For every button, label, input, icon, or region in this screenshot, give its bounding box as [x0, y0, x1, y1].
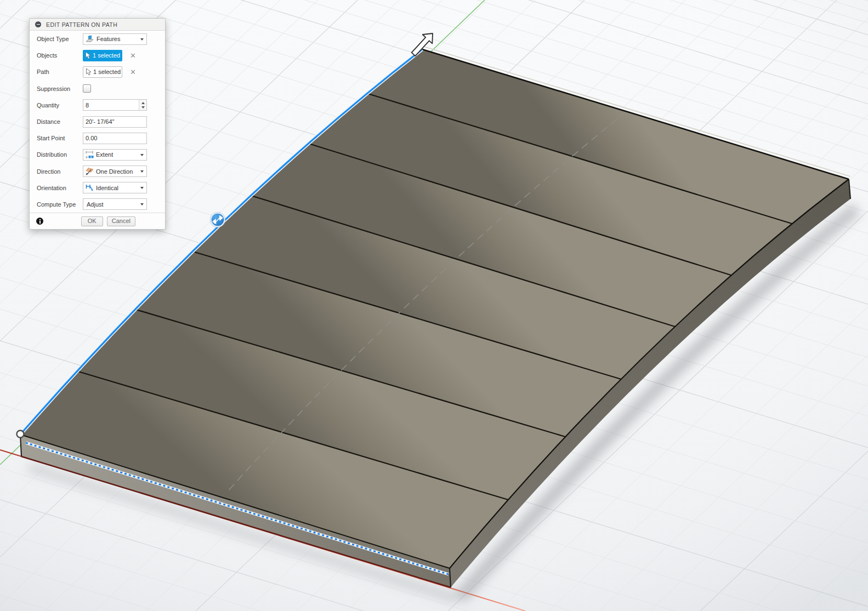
one-direction-icon [85, 167, 94, 176]
direction-value: One Direction [96, 168, 133, 175]
suppression-label: Suppression [37, 85, 83, 92]
orientation-dropdown[interactable]: Identical [83, 182, 147, 193]
compute-type-dropdown[interactable]: Adjust [83, 198, 147, 210]
chevron-down-icon [140, 154, 144, 156]
path-selection-chip[interactable]: 1 selected [83, 66, 122, 78]
row-distribution: Distribution Extent [30, 146, 165, 163]
direction-dropdown[interactable]: One Direction [83, 165, 147, 177]
orientation-label: Orientation [37, 185, 83, 191]
chevron-down-icon [140, 187, 144, 189]
objects-selection-chip[interactable]: 1 selected [83, 50, 122, 61]
path-start-point[interactable] [17, 431, 24, 438]
row-path: Path 1 selected ✕ [30, 64, 165, 80]
object-type-dropdown[interactable]: Features [83, 33, 147, 45]
distance-input[interactable] [83, 116, 147, 128]
info-icon[interactable] [36, 218, 43, 225]
chevron-down-icon [140, 203, 144, 205]
compute-type-label: Compute Type [37, 201, 83, 208]
distribution-value: Extent [96, 151, 113, 158]
distribution-label: Distribution [37, 151, 83, 158]
start-point-input[interactable] [83, 133, 147, 144]
features-icon [85, 35, 94, 43]
dialog-title: EDIT PATTERN ON PATH [46, 21, 117, 28]
row-suppression: Suppression [30, 81, 165, 97]
ok-button[interactable]: OK [81, 216, 103, 226]
objects-selected-count: 1 selected [93, 52, 120, 59]
cursor-select-icon [85, 52, 91, 59]
row-distance: Distance [30, 113, 165, 130]
cursor-select-icon [86, 68, 92, 76]
quantity-input[interactable] [83, 99, 147, 111]
row-object-type: Object Type Features [30, 31, 165, 47]
extent-icon [85, 150, 94, 159]
objects-label: Objects [37, 52, 83, 59]
identical-orientation-icon [85, 184, 94, 192]
collapse-dialog-icon[interactable] [35, 21, 41, 27]
dialog-footer: OK Cancel [30, 213, 165, 229]
stepper-down-icon[interactable] [141, 106, 145, 109]
cancel-button[interactable]: Cancel [107, 216, 135, 226]
drag-manipulator[interactable] [210, 212, 225, 227]
row-orientation: Orientation Identical [30, 180, 165, 196]
path-label: Path [37, 68, 83, 75]
quantity-label: Quantity [37, 102, 83, 109]
chevron-down-icon [140, 38, 144, 41]
quantity-stepper[interactable] [139, 100, 146, 110]
fusion-viewport-screen: EDIT PATTERN ON PATH Object Type Feature… [0, 0, 868, 611]
row-objects: Objects 1 selected ✕ [30, 47, 165, 64]
object-type-value: Features [97, 36, 120, 42]
orientation-value: Identical [96, 185, 118, 191]
start-point-label: Start Point [37, 135, 83, 141]
row-compute-type: Compute Type Adjust [30, 196, 165, 213]
row-quantity: Quantity [30, 97, 165, 113]
stepper-up-icon[interactable] [141, 102, 145, 104]
row-start-point: Start Point [30, 130, 165, 146]
compute-type-value: Adjust [87, 201, 104, 208]
row-direction: Direction One Direction [30, 163, 165, 180]
direction-label: Direction [37, 168, 83, 175]
clear-objects-icon[interactable]: ✕ [130, 52, 136, 59]
distance-label: Distance [37, 118, 83, 125]
object-type-label: Object Type [37, 36, 83, 42]
distribution-dropdown[interactable]: Extent [83, 149, 147, 161]
suppression-checkbox[interactable] [83, 84, 91, 93]
chevron-down-icon [140, 170, 144, 173]
path-selected-count: 1 selected [93, 68, 121, 75]
edit-pattern-on-path-dialog: EDIT PATTERN ON PATH Object Type Feature… [29, 18, 166, 230]
clear-path-icon[interactable]: ✕ [130, 68, 136, 76]
dialog-titlebar[interactable]: EDIT PATTERN ON PATH [30, 19, 165, 31]
